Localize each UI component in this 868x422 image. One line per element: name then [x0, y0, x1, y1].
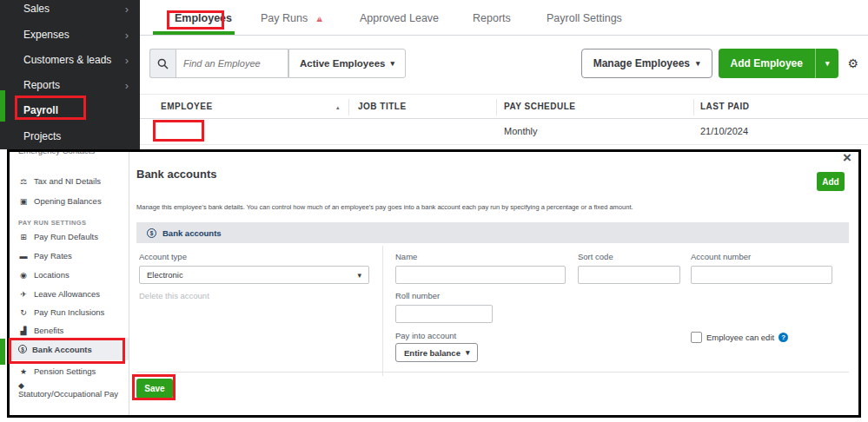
sidebar-item-customers-leads[interactable]: Customers & leads› [0, 49, 140, 71]
employees-table-header: EMPLOYEE ▴ JOB TITLE PAY SCHEDULE LAST P… [140, 94, 868, 119]
globe-icon: ◉ [18, 271, 29, 280]
tab-reports[interactable]: Reports [473, 12, 511, 24]
column-divider [693, 99, 694, 115]
sidebar-item-pay-rates[interactable]: ▬Pay Rates [10, 251, 129, 260]
column-divider [348, 99, 349, 115]
page-title: Bank accounts [136, 168, 216, 181]
pay-into-account-label: Pay into account [395, 331, 456, 340]
tab-pay-runs[interactable]: Pay Runs▲ [261, 12, 324, 24]
entire-balance-dropdown[interactable]: Entire balance ▾ [395, 343, 478, 362]
sort-code-field[interactable] [578, 266, 680, 284]
active-tab-indicator [153, 31, 235, 35]
column-header-employee[interactable]: EMPLOYEE [161, 102, 213, 111]
form-divider [382, 246, 383, 376]
sidebar-item-expenses[interactable]: Expenses› [0, 23, 140, 46]
main-sidebar: Sales› Expenses› Customers & leads› Repo… [0, 0, 140, 149]
sync-icon: ↻ [18, 308, 29, 317]
manage-employees-button[interactable]: Manage Employees▾ [581, 49, 712, 78]
delete-account-link: Delete this account [139, 291, 209, 300]
bank-icon: $ [18, 345, 27, 353]
tab-approved-leave[interactable]: Approved Leave [360, 12, 439, 24]
sidebar-item-benefits[interactable]: ▟Benefits [10, 326, 129, 335]
chevron-right-icon: › [125, 3, 129, 16]
divider [136, 372, 849, 373]
payroll-tabs-bar: Employees Pay Runs▲ Approved Leave Repor… [140, 0, 868, 36]
bank-accounts-modal: × Emergency Contacts ⚖Tax and NI Details… [7, 149, 861, 418]
bank-icon: $ [147, 228, 156, 238]
add-employee-button[interactable]: Add Employee▾ [719, 49, 839, 78]
name-field[interactable] [395, 266, 566, 284]
column-divider [496, 99, 497, 115]
close-icon[interactable]: × [843, 149, 851, 167]
active-nav-indicator [0, 90, 5, 122]
cash-icon: ▬ [18, 252, 29, 260]
caret-down-icon: ▾ [696, 59, 700, 68]
sidebar-item-projects[interactable]: Projects [0, 125, 140, 148]
ledger-icon: ▣ [18, 197, 29, 206]
scales-icon: ⚖ [18, 177, 29, 186]
help-icon[interactable]: ? [779, 333, 788, 342]
selected-item-indicator [0, 339, 5, 365]
section-label-pay-run-settings: PAY RUN SETTINGS [18, 219, 86, 227]
cell-pay-schedule: Monthly [504, 126, 538, 136]
save-button[interactable]: Save [136, 379, 173, 399]
caret-down-icon[interactable]: ▾ [815, 49, 839, 78]
description-text: Manage this employee's bank details. You… [136, 203, 845, 211]
gear-icon[interactable]: ⚙ [847, 56, 858, 70]
sidebar-item-sales[interactable]: Sales› [0, 0, 140, 20]
caret-down-icon: ▾ [466, 348, 470, 357]
name-label: Name [395, 252, 417, 261]
employee-can-edit-group: Employee can edit ? [691, 332, 788, 343]
sidebar-item-reports[interactable]: Reports› [0, 74, 140, 96]
defaults-icon: ⊞ [18, 233, 29, 241]
cell-last-paid: 21/10/2024 [700, 126, 748, 136]
account-type-select[interactable]: Electronic ▾ [139, 266, 369, 284]
employee-can-edit-checkbox[interactable] [691, 332, 702, 343]
search-input[interactable] [176, 49, 288, 78]
roll-number-label: Roll number [395, 291, 440, 300]
roll-number-field[interactable] [395, 305, 493, 323]
sort-asc-icon[interactable]: ▴ [336, 104, 340, 111]
caret-down-icon: ▾ [357, 271, 361, 280]
table-row[interactable]: Monthly 21/10/2024 [140, 119, 868, 145]
sidebar-item-opening-balances[interactable]: ▣Opening Balances [10, 196, 129, 206]
employee-settings-sidebar: Emergency Contacts ⚖Tax and NI Details ▣… [10, 152, 129, 415]
sidebar-item-locations[interactable]: ◉Locations [10, 270, 129, 280]
warning-icon: ▲ [315, 13, 324, 23]
search-icon [149, 49, 176, 78]
bank-accounts-section-header: $ Bank accounts [136, 222, 849, 243]
sidebar-item-pay-run-inclusions[interactable]: ↻Pay Run Inclusions [10, 307, 129, 317]
sidebar-item-bank-accounts[interactable]: $Bank Accounts [10, 338, 129, 360]
account-number-field[interactable] [691, 266, 832, 284]
sidebar-item-pay-run-defaults[interactable]: ⊞Pay Run Defaults [10, 232, 129, 241]
column-header-job-title[interactable]: JOB TITLE [358, 102, 407, 111]
chart-icon: ▟ [18, 326, 29, 335]
sidebar-item-statutory-occupational-pay[interactable]: ◆Statutory/Occupational Pay [10, 381, 129, 399]
payroll-employees-page: { "colors": { "brand_green": "#2ca01c", … [0, 0, 868, 422]
employee-search-group: Active Employees▾ [149, 49, 406, 78]
tab-payroll-settings[interactable]: Payroll Settings [547, 12, 622, 24]
add-bank-account-button[interactable]: Add [817, 172, 845, 191]
toolbar-actions: Manage Employees▾ Add Employee▾ ⚙ [581, 49, 858, 78]
column-header-pay-schedule[interactable]: PAY SCHEDULE [504, 102, 576, 111]
active-employees-filter[interactable]: Active Employees▾ [288, 49, 406, 78]
employee-can-edit-label: Employee can edit [706, 333, 774, 342]
sidebar-item-pension-settings[interactable]: ★Pension Settings [10, 366, 129, 376]
star-icon: ★ [18, 367, 29, 376]
chevron-right-icon: › [125, 29, 129, 42]
plane-icon: ✈ [18, 290, 29, 299]
sidebar-item-emergency-contacts[interactable]: Emergency Contacts [10, 152, 129, 162]
column-header-last-paid[interactable]: LAST PAID [700, 102, 750, 111]
sidebar-item-payroll[interactable]: Payroll [0, 99, 140, 122]
account-number-label: Account number [691, 252, 751, 261]
sort-code-label: Sort code [578, 252, 613, 261]
caret-down-icon: ▾ [390, 59, 394, 68]
chevron-right-icon: › [125, 79, 129, 92]
account-type-label: Account type [139, 252, 187, 261]
tab-employees[interactable]: Employees [175, 12, 232, 24]
sidebar-item-leave-allowances[interactable]: ✈Leave Allowances [10, 289, 129, 299]
chevron-right-icon: › [125, 54, 129, 67]
sidebar-item-tax-ni-details[interactable]: ⚖Tax and NI Details [10, 176, 129, 186]
